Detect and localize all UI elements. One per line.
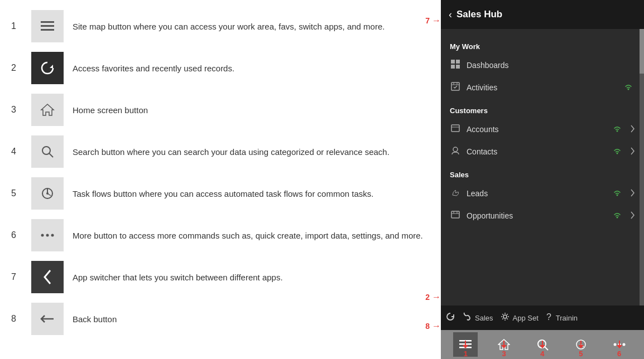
nav-item[interactable]: Opportunities (441, 205, 644, 227)
bottom-bar-label: Sales (475, 314, 493, 322)
toolbar-bar (441, 330, 644, 359)
bottom-bar-label: Trainin (556, 314, 578, 322)
nav-item[interactable]: Dashboards (441, 54, 644, 76)
nav-back-button[interactable]: ‹ (449, 9, 452, 21)
toolbar-button-3[interactable] (530, 332, 555, 357)
bottom-bar-item[interactable]: ?Trainin (545, 312, 578, 324)
svg-point-42 (622, 343, 625, 346)
svg-rect-30 (459, 340, 472, 342)
nav-item-label: Contacts (467, 147, 607, 156)
bottom-bar-icon: ? (545, 312, 553, 324)
svg-point-28 (503, 315, 507, 318)
item-icon (31, 52, 64, 84)
nav-item-label: Accounts (467, 125, 607, 134)
bottom-bar-item[interactable] (445, 312, 455, 324)
item-text: Back button (73, 313, 117, 325)
svg-rect-32 (459, 347, 472, 348)
svg-point-41 (618, 343, 621, 346)
item-icon (31, 10, 64, 42)
nav-item-icon (450, 82, 461, 93)
item-text: Task flows button where you can access a… (73, 188, 373, 200)
svg-line-6 (49, 153, 53, 157)
item-text: Search button where you can search your … (73, 146, 390, 158)
nav-item[interactable]: Accounts (441, 118, 644, 140)
svg-line-35 (545, 347, 548, 350)
svg-rect-31 (459, 343, 472, 345)
svg-rect-21 (451, 125, 459, 132)
item-icon (31, 303, 64, 335)
item-text: App switcher that lets you switch betwee… (73, 271, 283, 283)
svg-point-9 (41, 234, 44, 237)
nav-item[interactable]: Leads (441, 182, 644, 205)
item-number: 1 (11, 21, 22, 31)
toolbar-button-1[interactable] (453, 332, 478, 357)
list-item: 5Task flows button where you can access … (11, 173, 430, 215)
item-icon (31, 261, 64, 293)
toolbar-button-4[interactable] (569, 332, 593, 357)
bottom-bar-icon (500, 312, 510, 324)
nav-section-label: Sales (441, 163, 644, 182)
item-number: 2 (11, 63, 22, 73)
svg-text:?: ? (546, 312, 551, 322)
bottom-bar-item[interactable]: Sales (462, 312, 493, 324)
nav-item-icon (450, 124, 461, 135)
nav-bottom-bar: SalesApp Set?Trainin (441, 305, 644, 330)
svg-point-39 (580, 344, 581, 346)
svg-rect-14 (456, 60, 460, 64)
nav-item-wifi-icon (624, 84, 633, 92)
nav-item-label: Activities (467, 83, 618, 92)
list-item: 8Back button (11, 298, 430, 340)
item-icon (31, 135, 64, 168)
svg-rect-1 (41, 25, 54, 27)
bottom-bar-label: App Set (513, 314, 539, 322)
nav-item-wifi-icon (613, 148, 622, 156)
svg-point-34 (538, 340, 546, 348)
svg-point-5 (42, 147, 50, 154)
nav-item-wifi-icon (613, 190, 622, 198)
nav-item-icon (450, 60, 461, 71)
nav-item-label: Opportunities (467, 211, 607, 220)
svg-marker-3 (50, 65, 53, 68)
nav-body: My WorkDashboardsActivitiesCustomersAcco… (441, 29, 644, 305)
nav-title: Sales Hub (456, 9, 502, 20)
svg-point-23 (453, 147, 458, 152)
scrollbar-thumb[interactable] (640, 29, 644, 74)
nav-item[interactable]: Contacts (441, 140, 644, 163)
toolbar-button-2[interactable] (492, 332, 516, 357)
nav-item-wifi-icon (613, 125, 622, 134)
nav-item-icon (450, 210, 461, 221)
svg-rect-13 (451, 60, 455, 64)
svg-marker-4 (41, 104, 54, 115)
nav-item-chevron-icon[interactable] (629, 188, 635, 199)
list-item: 6More button to access more commands suc… (11, 215, 430, 256)
bottom-bar-icon (462, 312, 472, 324)
nav-item-icon (450, 188, 461, 199)
svg-point-11 (51, 234, 54, 237)
item-number: 3 (11, 105, 22, 115)
item-number: 5 (11, 188, 22, 198)
list-item: 3Home screen button (11, 89, 430, 131)
item-text: Home screen button (73, 104, 148, 116)
svg-rect-2 (41, 29, 54, 31)
nav-section-label: Customers (441, 99, 644, 118)
nav-item-chevron-icon[interactable] (629, 211, 635, 221)
toolbar-button-5[interactable] (607, 332, 632, 357)
svg-marker-33 (498, 339, 510, 350)
nav-item-icon (450, 146, 461, 157)
svg-rect-17 (451, 83, 459, 90)
svg-rect-15 (451, 65, 455, 69)
nav-item-label: Dashboards (467, 61, 635, 70)
item-number: 8 (11, 314, 22, 324)
left-panel: 1Site map button where you can access yo… (0, 0, 441, 359)
svg-rect-0 (41, 21, 54, 23)
nav-item-wifi-icon (613, 212, 622, 220)
bottom-bar-item[interactable]: App Set (500, 312, 539, 324)
item-text: More button to access more commands such… (73, 230, 423, 241)
item-text: Access favorites and recently used recor… (73, 62, 234, 74)
nav-item[interactable]: Activities (441, 76, 644, 99)
nav-item-chevron-icon[interactable] (629, 147, 635, 157)
nav-section-label: My Work (441, 35, 644, 54)
nav-item-chevron-icon[interactable] (629, 124, 635, 135)
scrollbar[interactable] (640, 29, 644, 305)
item-number: 6 (11, 230, 22, 240)
